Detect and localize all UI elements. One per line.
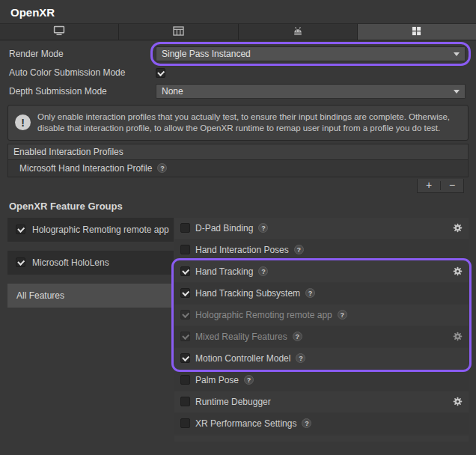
feature-group-row[interactable]: Holographic Remoting remote app <box>7 218 174 242</box>
feature-checkbox[interactable] <box>180 332 190 341</box>
feature-checkbox[interactable] <box>180 397 190 406</box>
auto-color-checkbox[interactable] <box>156 68 165 78</box>
help-icon[interactable]: ? <box>157 163 167 173</box>
depth-mode-value: None <box>162 86 183 97</box>
feature-groups-section: Holographic Remoting remote appMicrosoft… <box>7 218 469 442</box>
feature-row[interactable]: Hand Tracking? <box>174 261 469 282</box>
settings-section: Render Mode Single Pass Instanced Auto C… <box>0 40 476 99</box>
feature-group-row[interactable]: Microsoft HoloLens <box>7 251 174 275</box>
profile-label: Microsoft Hand Interaction Profile <box>19 163 152 174</box>
feature-groups-title: OpenXR Feature Groups <box>9 201 476 212</box>
platform-tabs <box>0 23 476 40</box>
feature-row[interactable]: D-Pad Binding? <box>174 218 469 239</box>
depth-mode-dropdown[interactable]: None <box>156 84 466 99</box>
render-mode-row: Render Mode Single Pass Instanced <box>9 46 466 61</box>
render-mode-control: Single Pass Instanced <box>156 46 466 61</box>
feature-label: Hand Interaction Poses <box>195 245 289 255</box>
render-mode-value: Single Pass Instanced <box>162 49 251 59</box>
feature-checkbox[interactable] <box>180 288 190 298</box>
profiles-toolbar: + − <box>417 179 464 193</box>
help-icon[interactable]: ? <box>258 223 268 233</box>
group-label: Holographic Remoting remote app <box>32 225 169 235</box>
add-profile-button[interactable]: + <box>418 179 440 192</box>
feature-checkbox[interactable] <box>180 375 190 385</box>
profiles-toolbar-wrap: + − <box>0 179 476 193</box>
remove-profile-button[interactable]: − <box>441 179 463 192</box>
feature-label: Hand Tracking <box>195 266 253 277</box>
feature-row[interactable]: Palm Pose? <box>174 370 469 391</box>
platform-tab-window-grid[interactable] <box>119 24 238 40</box>
interaction-profiles-section: Enabled Interaction Profiles Microsoft H… <box>7 144 469 177</box>
auto-color-label: Auto Color Submission Mode <box>9 67 156 78</box>
dropdown-arrow-icon <box>454 52 460 56</box>
feature-checkbox[interactable] <box>180 223 190 233</box>
auto-color-row: Auto Color Submission Mode <box>9 66 466 79</box>
gear-icon[interactable] <box>453 332 463 341</box>
feature-checkbox[interactable] <box>180 418 190 428</box>
gear-icon[interactable] <box>453 266 463 276</box>
feature-list: D-Pad Binding?Hand Interaction Poses?Han… <box>174 218 469 442</box>
group-checkbox[interactable] <box>16 225 25 234</box>
feature-row[interactable]: Holographic Remoting remote app? <box>174 305 469 326</box>
interaction-profiles-header: Enabled Interaction Profiles <box>7 144 469 160</box>
help-icon[interactable]: ? <box>338 310 347 320</box>
dropdown-arrow-icon <box>454 90 460 94</box>
help-icon[interactable]: ? <box>305 288 315 298</box>
feature-label: Palm Pose <box>195 375 239 385</box>
auto-color-control <box>156 68 466 78</box>
depth-mode-control: None <box>156 84 466 99</box>
help-icon[interactable]: ? <box>293 332 302 341</box>
feature-label: Hand Tracking Subsystem <box>195 288 300 299</box>
depth-mode-row: Depth Submission Mode None <box>9 84 466 99</box>
help-icon[interactable]: ? <box>244 375 254 385</box>
help-icon[interactable]: ? <box>296 353 305 363</box>
feature-label: D-Pad Binding <box>195 223 253 233</box>
help-icon[interactable]: ? <box>302 418 311 428</box>
window-grid-icon <box>173 26 184 38</box>
feature-checkbox[interactable] <box>180 266 190 276</box>
window-title: OpenXR <box>0 0 476 23</box>
feature-row[interactable]: XR Performance Settings? <box>174 413 469 434</box>
render-mode-label: Render Mode <box>9 49 156 59</box>
render-mode-dropdown[interactable]: Single Pass Instanced <box>156 46 466 61</box>
feature-group-row[interactable]: All Features <box>7 284 174 308</box>
gear-icon[interactable] <box>453 397 463 406</box>
platform-tab-android[interactable] <box>239 24 358 40</box>
help-icon[interactable]: ? <box>294 245 304 254</box>
feature-row[interactable]: Hand Tracking Subsystem? <box>174 283 469 304</box>
feature-checkbox[interactable] <box>180 245 190 254</box>
feature-group-list: Holographic Remoting remote appMicrosoft… <box>7 218 174 317</box>
feature-checkbox[interactable] <box>180 310 190 320</box>
feature-row[interactable]: Mixed Reality Features? <box>174 326 469 347</box>
feature-label: Mixed Reality Features <box>195 332 287 342</box>
group-checkbox[interactable] <box>16 257 25 267</box>
info-box: ! Only enable interaction profiles that … <box>7 105 469 141</box>
interaction-profile-row[interactable]: Microsoft Hand Interaction Profile? <box>7 160 469 177</box>
feature-label: Runtime Debugger <box>195 397 271 407</box>
partial-next-row <box>174 436 469 442</box>
android-icon <box>292 26 304 38</box>
interaction-profiles-list: Microsoft Hand Interaction Profile? <box>7 160 469 177</box>
info-text: Only enable interaction profiles that yo… <box>37 112 457 134</box>
monitor-icon <box>53 25 65 38</box>
feature-row[interactable]: Runtime Debugger <box>174 391 469 412</box>
feature-label: Motion Controller Model <box>195 353 290 364</box>
platform-tab-windows[interactable] <box>358 24 476 40</box>
depth-mode-label: Depth Submission Mode <box>9 86 156 97</box>
windows-icon <box>412 26 421 38</box>
gear-icon[interactable] <box>453 223 463 233</box>
feature-label: XR Performance Settings <box>195 418 296 429</box>
feature-row[interactable]: Hand Interaction Poses? <box>174 239 469 260</box>
help-icon[interactable]: ? <box>258 266 268 276</box>
feature-checkbox[interactable] <box>180 353 190 363</box>
feature-row[interactable]: Motion Controller Model? <box>174 348 469 369</box>
platform-tab-monitor[interactable] <box>0 24 119 40</box>
info-icon: ! <box>15 114 31 130</box>
openxr-settings-window: { "window": { "title": "OpenXR" }, "plat… <box>0 0 476 455</box>
group-label: All Features <box>16 290 64 301</box>
group-label: Microsoft HoloLens <box>32 257 109 268</box>
feature-label: Holographic Remoting remote app <box>195 310 332 320</box>
